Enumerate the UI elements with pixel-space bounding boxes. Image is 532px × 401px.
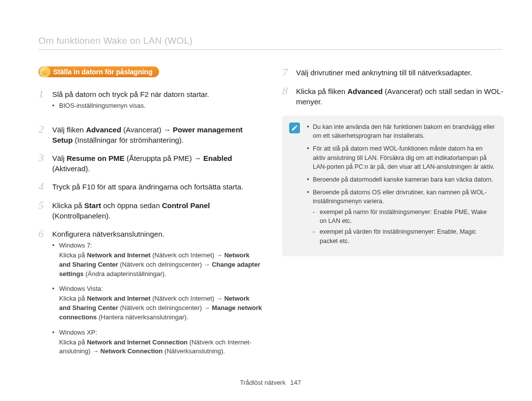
title-divider (38, 49, 502, 50)
sub-item: Windows XP: Klicka på Network and Intern… (52, 328, 263, 357)
note-item: För att slå på datorn med WOL-funktionen… (307, 144, 495, 171)
note-text: Beroende på datorns OS eller drivrutiner… (313, 189, 487, 205)
sub-desc: Klicka på Network and Internet Connectio… (59, 339, 251, 355)
note-item: Beroende på datorns OS eller drivrutiner… (307, 188, 495, 246)
note-text: Du kan inte använda den här funktionen b… (313, 123, 495, 139)
step-body: Välj fliken Advanced (Avancerat) → Power… (52, 123, 263, 145)
right-column: 7 Välj drivrutiner med anknytning till t… (282, 66, 504, 369)
sub-desc: Klicka på Network and Internet (Nätverk … (59, 295, 262, 321)
callout-label: Ställa in datorn för påslagning (53, 68, 152, 76)
step-number: 4 (38, 181, 47, 192)
step-1: 1 Slå på datorn och tryck på F2 när dato… (38, 88, 263, 117)
page-title: Om funktionen Wake on LAN (WOL) (38, 35, 502, 46)
step-body: Välj Resume on PME (Återuppta på PME) → … (52, 152, 263, 174)
columns: Ställa in datorn för påslagning 1 Slå på… (38, 66, 502, 369)
step-number: 1 (38, 88, 47, 117)
step-text: Välj fliken Advanced (Avancerat) → Power… (52, 125, 243, 144)
footer-section: Trådlöst nätverk (240, 379, 286, 386)
step-body: Slå på datorn och tryck på F2 när datorn… (52, 88, 209, 117)
step-number: 5 (38, 199, 47, 221)
note-item: Du kan inte använda den här funktionen b… (307, 123, 495, 140)
sub-os: Windows Vista: (59, 284, 263, 294)
sub-item: Windows 7: Klicka på Network and Interne… (52, 241, 263, 278)
sub-item: Windows Vista: Klicka på Network and Int… (52, 284, 263, 322)
step-7: 7 Välj drivrutiner med anknytning till t… (282, 66, 504, 78)
page-footer: Trådlöst nätverk 147 (38, 379, 502, 386)
step-body: Tryck på F10 för att spara ändringarna o… (52, 181, 243, 192)
note-icon (289, 123, 300, 133)
sub-item: BIOS-inställningsmenyn visas. (52, 101, 209, 111)
step-number: 2 (38, 123, 47, 145)
step-6: 6 Konfigurera nätverksanslutningen. Wind… (38, 228, 263, 362)
sub-desc: BIOS-inställningsmenyn visas. (59, 102, 146, 109)
note-subitem: exempel på värden för inställningsmenyer… (313, 227, 495, 245)
step-2: 2 Välj fliken Advanced (Avancerat) → Pow… (38, 123, 263, 145)
step-text: Välj drivrutiner med anknytning till til… (296, 68, 472, 77)
page-root: Om funktionen Wake on LAN (WOL) Ställa i… (0, 0, 532, 386)
step-number: 7 (282, 66, 291, 78)
sub-os: Windows XP: (59, 328, 263, 338)
step-number: 3 (38, 152, 47, 174)
sub-desc: Klicka på Network and Internet (Nätverk … (59, 251, 260, 278)
step-5: 5 Klicka på Start och öppna sedan Contro… (38, 199, 263, 221)
step-number: 6 (38, 228, 47, 362)
note-text: För att slå på datorn med WOL-funktionen… (313, 145, 495, 170)
step-number: 8 (282, 85, 291, 107)
step-text: Slå på datorn och tryck på F2 när datorn… (52, 90, 209, 98)
left-column: Ställa in datorn för påslagning 1 Slå på… (38, 66, 263, 369)
step-4: 4 Tryck på F10 för att spara ändringarna… (38, 181, 263, 192)
sub-os: Windows 7: (59, 241, 263, 250)
note-box: Du kan inte använda den här funktionen b… (282, 116, 504, 256)
note-item: Beroende på datormodell kanske kameran b… (307, 175, 495, 184)
step-body: Välj drivrutiner med anknytning till til… (296, 66, 472, 78)
note-sublist: exempel på namn för inställningsmenyer: … (313, 208, 495, 246)
note-text: Beroende på datormodell kanske kameran b… (313, 176, 493, 183)
step-sublist: BIOS-inställningsmenyn visas. (52, 101, 209, 111)
step-text: Klicka på Start och öppna sedan Control … (52, 201, 210, 220)
step-body: Konfigurera nätverksanslutningen. Window… (52, 228, 263, 362)
step-sublist: Windows 7: Klicka på Network and Interne… (52, 241, 263, 356)
step-text: Välj Resume on PME (Återuppta på PME) → … (52, 154, 232, 173)
step-body: Klicka på fliken Advanced (Avancerat) oc… (296, 85, 504, 107)
note-subitem: exempel på namn för inställningsmenyer: … (313, 208, 495, 225)
step-text: Tryck på F10 för att spara ändringarna o… (52, 183, 243, 191)
note-list: Du kan inte använda den här funktionen b… (307, 123, 495, 246)
footer-page-number: 147 (290, 379, 301, 386)
step-text: Konfigurera nätverksanslutningen. (52, 230, 165, 238)
step-text: Klicka på fliken Advanced (Avancerat) oc… (296, 87, 503, 106)
callout-pill: Ställa in datorn för påslagning (38, 66, 159, 77)
step-3: 3 Välj Resume on PME (Återuppta på PME) … (38, 152, 263, 174)
step-8: 8 Klicka på fliken Advanced (Avancerat) … (282, 85, 504, 107)
step-body: Klicka på Start och öppna sedan Control … (52, 199, 263, 221)
